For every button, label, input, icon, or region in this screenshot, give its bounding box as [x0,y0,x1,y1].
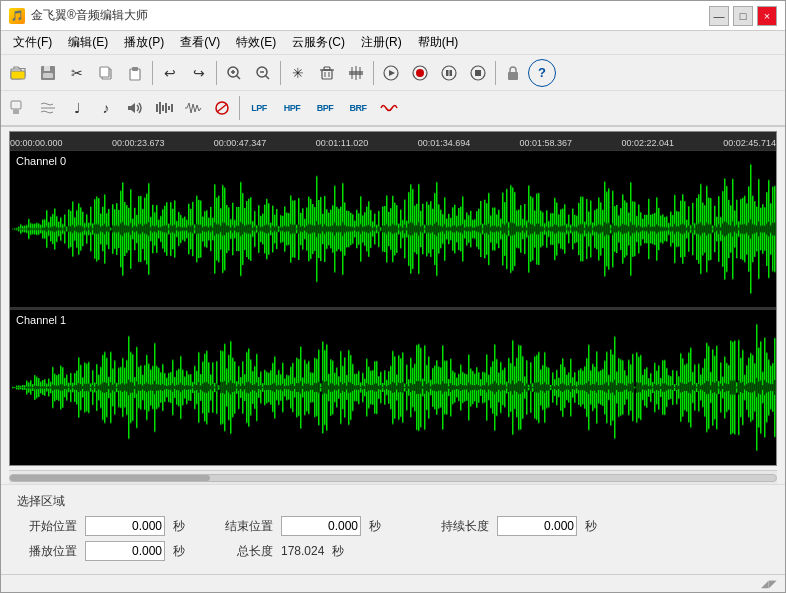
time-mark-7: 00:02:45.714 [723,138,776,148]
duration-unit: 秒 [585,518,597,535]
title-controls: — □ × [709,6,777,26]
info-panel: 选择区域 开始位置 秒 结束位置 秒 持续长度 秒 播放位置 秒 总长度 178… [1,484,785,574]
channel-0-canvas[interactable] [10,151,776,307]
svg-rect-36 [13,110,19,114]
end-input[interactable] [281,516,361,536]
time-mark-4: 00:01:34.694 [418,138,471,148]
channels: Channel 0 // We'll do this via inline ge… [10,150,776,465]
tb2-btn1[interactable] [5,94,33,122]
sep2 [216,61,217,85]
sep3 [280,61,281,85]
total-len-label: 总长度 [213,543,273,560]
svg-line-49 [191,104,193,113]
status-text: ◢◤ [761,578,777,589]
menu-view[interactable]: 查看(V) [172,32,228,53]
menu-play[interactable]: 播放(P) [116,32,172,53]
svg-rect-3 [44,66,50,71]
svg-rect-31 [450,70,453,76]
tb2-btn4[interactable]: ♪ [92,94,120,122]
channel-0-panel[interactable]: Channel 0 // We'll do this via inline ge… [10,150,776,309]
waveform-area[interactable]: 00:00:00.000 00:00:23.673 00:00:47.347 0… [9,131,777,466]
mix-button[interactable]: ✳ [284,59,312,87]
open-button[interactable] [5,59,33,87]
lpf-button[interactable]: LPF [243,94,275,122]
time-mark-6: 00:02:22.041 [621,138,674,148]
play-pos-input[interactable] [85,541,165,561]
start-input[interactable] [85,516,165,536]
svg-point-28 [416,69,424,77]
pause-button[interactable] [435,59,463,87]
bpf-button[interactable]: BPF [309,94,341,122]
hpf-button[interactable]: HPF [276,94,308,122]
sep1 [152,61,153,85]
total-len-unit: 秒 [332,543,344,560]
timeline-ruler: 00:00:00.000 00:00:23.673 00:00:47.347 0… [10,132,776,150]
menu-edit[interactable]: 编辑(E) [60,32,116,53]
record-button[interactable] [406,59,434,87]
time-mark-0: 00:00:00.000 [10,138,63,148]
svg-rect-4 [43,73,53,78]
copy-button[interactable] [92,59,120,87]
start-unit: 秒 [173,518,185,535]
svg-rect-18 [324,67,330,70]
toolbar-main: ✂ ↩ ↪ ✳ [1,55,785,91]
duration-label: 持续长度 [409,518,489,535]
svg-rect-33 [475,70,481,76]
paste-button[interactable] [121,59,149,87]
svg-rect-30 [446,70,449,76]
channel-1-panel[interactable]: Channel 1 [10,309,776,466]
play-pos-label: 播放位置 [17,543,77,560]
delete-button[interactable] [313,59,341,87]
zoom-out-button[interactable] [249,59,277,87]
window-title: 金飞翼®音频编辑大师 [31,7,148,24]
tb2-btn3[interactable]: ♩ [63,94,91,122]
custom-filter-button[interactable] [375,94,403,122]
svg-line-53 [199,108,201,111]
channel-1-canvas[interactable] [10,310,776,466]
tb2-waveform1[interactable] [150,94,178,122]
horizontal-scrollbar[interactable] [9,470,777,484]
duration-input[interactable] [497,516,577,536]
lock-button[interactable] [499,59,527,87]
maximize-button[interactable]: □ [733,6,753,26]
tb2-mute[interactable] [208,94,236,122]
help-button[interactable]: ? [528,59,556,87]
svg-marker-26 [389,70,395,76]
time-mark-3: 00:01:11.020 [316,138,369,148]
menu-file[interactable]: 文件(F) [5,32,60,53]
menu-cloud[interactable]: 云服务(C) [284,32,353,53]
channel-0-label: Channel 0 [16,155,66,167]
tb2-waveform2[interactable] [179,94,207,122]
brf-button[interactable]: BRF [342,94,374,122]
play-button[interactable] [377,59,405,87]
silence-button[interactable] [342,59,370,87]
svg-rect-34 [508,72,518,80]
save-button[interactable] [34,59,62,87]
zoom-in-button[interactable] [220,59,248,87]
svg-line-52 [197,105,199,111]
svg-line-48 [189,103,191,113]
svg-rect-45 [171,104,173,112]
svg-line-55 [217,104,227,112]
menu-help[interactable]: 帮助(H) [410,32,467,53]
close-button[interactable]: × [757,6,777,26]
undo-button[interactable]: ↩ [156,59,184,87]
minimize-button[interactable]: — [709,6,729,26]
svg-point-29 [442,66,456,80]
menu-register[interactable]: 注册(R) [353,32,410,53]
scrollbar-thumb[interactable] [10,475,210,481]
tb2-volume[interactable] [121,94,149,122]
svg-rect-42 [162,105,164,111]
play-pos-unit: 秒 [173,543,185,560]
cut-button[interactable]: ✂ [63,59,91,87]
svg-rect-40 [156,104,158,112]
selection-title: 选择区域 [17,493,769,510]
start-label: 开始位置 [17,518,77,535]
menu-effect[interactable]: 特效(E) [228,32,284,53]
tb2-btn2[interactable] [34,94,62,122]
stop-button[interactable] [464,59,492,87]
end-unit: 秒 [369,518,381,535]
redo-button[interactable]: ↪ [185,59,213,87]
scrollbar-track[interactable] [9,474,777,482]
toolbar-effects: ♩ ♪ LPF HPF BPF BRF [1,91,785,127]
